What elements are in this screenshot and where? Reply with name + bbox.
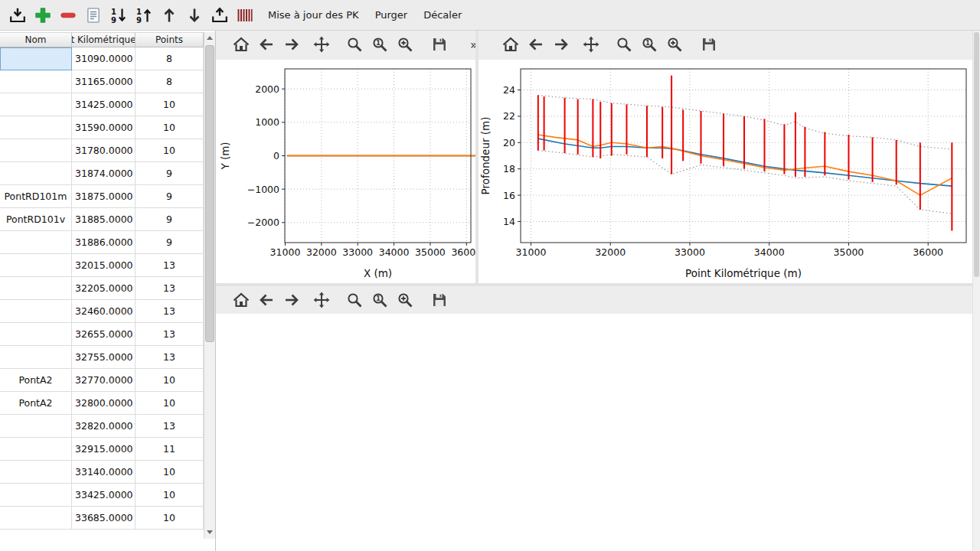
table-cell-pk[interactable]: 31425.0000	[72, 93, 136, 116]
table-cell-nom[interactable]	[0, 415, 72, 438]
table-cell-nom[interactable]: PontA2	[0, 392, 72, 415]
scroll-down-button[interactable]	[204, 527, 215, 538]
zoom-button[interactable]	[343, 289, 366, 311]
table-cell-pk[interactable]: 31874.0000	[72, 162, 136, 185]
main-scrollbar[interactable]	[972, 31, 980, 551]
table-cell-pts[interactable]: 10	[136, 507, 204, 530]
table-cell-pts[interactable]: 10	[136, 484, 204, 507]
column-header-nom[interactable]: Nom	[0, 33, 72, 47]
table-row[interactable]: PontA232800.000010	[0, 392, 204, 415]
table-row[interactable]: 31590.000010	[0, 116, 204, 139]
save-button[interactable]	[428, 289, 451, 311]
column-header-pk[interactable]: t Kilométrique	[72, 33, 136, 47]
table-cell-nom[interactable]	[0, 47, 72, 70]
update-pk-button[interactable]: Mise à jour des PK	[261, 5, 366, 25]
main-scrollbar-thumb[interactable]	[974, 32, 979, 277]
save-button[interactable]	[428, 33, 451, 56]
table-cell-pk[interactable]: 33685.0000	[72, 507, 136, 530]
home-button[interactable]	[499, 33, 522, 56]
save-button[interactable]	[697, 33, 720, 56]
forward-button[interactable]	[550, 33, 573, 56]
table-cell-pk[interactable]: 32800.0000	[72, 392, 136, 415]
table-cell-pk[interactable]: 31165.0000	[72, 70, 136, 93]
remove-button[interactable]	[57, 3, 80, 27]
table-row[interactable]: 31874.00009	[0, 162, 204, 185]
purge-button[interactable]: Purger	[368, 5, 415, 25]
table-cell-pts[interactable]: 10	[136, 139, 204, 162]
table-cell-nom[interactable]	[0, 116, 72, 139]
table-cell-pk[interactable]: 32460.0000	[72, 300, 136, 323]
table-row[interactable]: 33140.000010	[0, 461, 204, 484]
scroll-up-button[interactable]	[204, 32, 215, 44]
home-button[interactable]	[230, 33, 253, 56]
pan-button[interactable]	[310, 289, 333, 311]
pan-button[interactable]	[580, 33, 603, 56]
table-row[interactable]: 32755.000013	[0, 346, 204, 369]
table-row[interactable]: 31886.00009	[0, 231, 204, 254]
table-cell-pk[interactable]: 31886.0000	[72, 231, 136, 254]
table-row[interactable]: 32655.000013	[0, 323, 204, 346]
table-cell-nom[interactable]	[0, 346, 72, 369]
profile-chart[interactable]: 3100032000330003400035000360001416182022…	[479, 60, 972, 283]
move-up-button[interactable]	[158, 3, 181, 27]
table-row[interactable]: 31090.00008	[0, 47, 204, 70]
table-cell-nom[interactable]	[0, 70, 72, 93]
table-row[interactable]: PontA232770.000010	[0, 369, 204, 392]
table-cell-pts[interactable]: 13	[136, 254, 204, 277]
table-row[interactable]: 32205.000013	[0, 277, 204, 300]
table-cell-nom[interactable]: PontA2	[0, 369, 72, 392]
edit-button[interactable]	[82, 3, 106, 27]
table-cell-nom[interactable]	[0, 139, 72, 162]
table-row[interactable]: 32915.000011	[0, 438, 204, 461]
table-cell-pts[interactable]: 9	[136, 162, 204, 185]
table-cell-nom[interactable]	[0, 277, 72, 300]
table-cell-pk[interactable]: 31590.0000	[72, 116, 136, 139]
table-cell-pk[interactable]: 33140.0000	[72, 461, 136, 484]
move-down-button[interactable]	[183, 3, 207, 27]
table-cell-pk[interactable]: 31780.0000	[72, 139, 136, 162]
table-cell-pk[interactable]: 32655.0000	[72, 323, 136, 346]
table-cell-pk[interactable]: 32820.0000	[72, 415, 136, 438]
table-row[interactable]: PontRD101v31885.00009	[0, 208, 204, 231]
table-cell-nom[interactable]	[0, 300, 72, 323]
table-cell-pts[interactable]: 13	[136, 346, 204, 369]
table-cell-nom[interactable]	[0, 231, 72, 254]
forward-button[interactable]	[280, 33, 303, 56]
table-cell-pts[interactable]: 11	[136, 438, 204, 461]
table-cell-nom[interactable]	[0, 484, 72, 507]
table-row[interactable]: 32460.000013	[0, 300, 204, 323]
table-cell-pk[interactable]: 31875.0000	[72, 185, 136, 208]
table-row[interactable]: 31165.00008	[0, 70, 204, 93]
table-cell-pts[interactable]: 9	[136, 231, 204, 254]
zoom-original-button[interactable]	[638, 33, 661, 56]
table-cell-pts[interactable]: 10	[136, 116, 204, 139]
table-cell-pts[interactable]: 9	[136, 208, 204, 231]
table-cell-pts[interactable]: 13	[136, 277, 204, 300]
sort-descending-button[interactable]	[107, 3, 131, 27]
table-cell-pts[interactable]: 9	[136, 185, 204, 208]
zoom-rect-button[interactable]	[394, 289, 416, 311]
back-button[interactable]	[524, 33, 547, 56]
table-cell-pts[interactable]: 8	[136, 47, 204, 70]
zoom-rect-button[interactable]	[663, 33, 686, 56]
forward-button[interactable]	[280, 289, 303, 311]
table-cell-nom[interactable]	[0, 93, 72, 116]
import-button[interactable]	[6, 3, 30, 27]
table-cell-pk[interactable]: 31885.0000	[72, 208, 136, 231]
table-cell-pk[interactable]: 32770.0000	[72, 369, 136, 392]
scrollbar-thumb[interactable]	[205, 45, 214, 342]
table-row[interactable]: 33425.000010	[0, 484, 204, 507]
zoom-original-button[interactable]	[368, 289, 391, 311]
table-cell-pk[interactable]: 32755.0000	[72, 346, 136, 369]
sort-ascending-button[interactable]	[132, 3, 156, 27]
table-cell-nom[interactable]	[0, 461, 72, 484]
table-row[interactable]: 33685.000010	[0, 507, 204, 530]
table-cell-pts[interactable]: 8	[136, 70, 204, 93]
zoom-rect-button[interactable]	[394, 33, 416, 56]
table-cell-pts[interactable]: 10	[136, 93, 204, 116]
table-cell-pts[interactable]: 10	[136, 461, 204, 484]
table-row[interactable]: PontRD101m31875.00009	[0, 185, 204, 208]
plan-view-chart[interactable]: 310003200033000340003500036000−2000−1000…	[218, 60, 475, 283]
table-cell-pts[interactable]: 13	[136, 300, 204, 323]
back-button[interactable]	[255, 33, 278, 56]
